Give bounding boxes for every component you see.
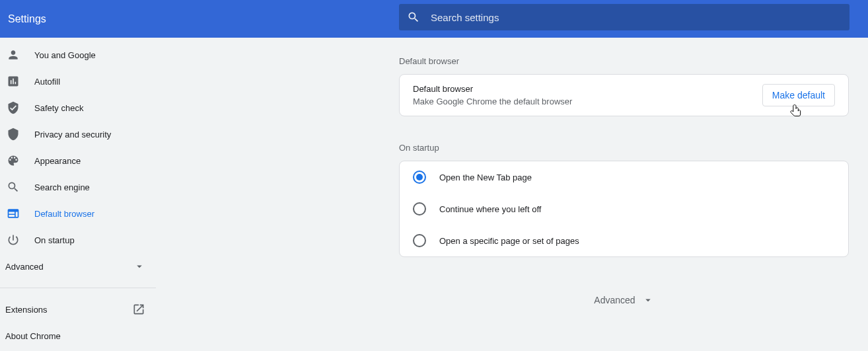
sidebar-item-label: Search engine [34, 182, 90, 192]
divider [0, 288, 156, 288]
sidebar: You and Google Autofill Safety check Pri… [0, 38, 156, 351]
main-content: Default browser Default browser Make Goo… [156, 38, 868, 351]
body: You and Google Autofill Safety check Pri… [0, 38, 868, 351]
sidebar-item-label: Default browser [34, 209, 94, 219]
sidebar-item-safety-check[interactable]: Safety check [0, 95, 156, 121]
sidebar-item-search-engine[interactable]: Search engine [0, 174, 156, 200]
section-default-browser-title: Default browser [399, 56, 868, 66]
shield-check-icon [7, 101, 20, 114]
startup-option-label: Continue where you left off [439, 204, 541, 214]
search-input[interactable] [431, 12, 842, 23]
default-browser-text: Default browser Make Google Chrome the d… [413, 84, 572, 106]
sidebar-item-label: Appearance [34, 156, 81, 166]
sidebar-item-label: Autofill [34, 77, 60, 87]
sidebar-about-label: About Chrome [5, 331, 61, 341]
sidebar-item-autofill[interactable]: Autofill [0, 68, 156, 95]
card-subtitle: Make Google Chrome the default browser [413, 97, 572, 106]
chevron-down-icon [133, 260, 145, 272]
startup-option-label: Open the New Tab page [439, 173, 532, 182]
sidebar-item-on-startup[interactable]: On startup [0, 227, 156, 253]
autofill-icon [7, 75, 20, 88]
sidebar-item-appearance[interactable]: Appearance [0, 147, 156, 174]
sidebar-extensions-label: Extensions [5, 305, 48, 315]
sidebar-item-privacy[interactable]: Privacy and security [0, 121, 156, 147]
sidebar-item-label: On startup [34, 235, 75, 245]
sidebar-item-label: Safety check [34, 103, 83, 113]
startup-option-continue[interactable]: Continue where you left off [400, 193, 848, 225]
palette-icon [7, 154, 20, 167]
default-browser-row: Default browser Make Google Chrome the d… [400, 75, 848, 116]
sidebar-advanced-label: Advanced [5, 262, 44, 272]
shield-icon [7, 128, 20, 141]
default-browser-card: Default browser Make Google Chrome the d… [399, 74, 849, 116]
header-bar: Settings [0, 0, 868, 38]
sidebar-item-label: Privacy and security [34, 130, 111, 139]
make-default-button[interactable]: Make default [762, 84, 835, 106]
sidebar-item-default-browser[interactable]: Default browser [0, 200, 156, 227]
advanced-label: Advanced [594, 295, 635, 305]
section-on-startup-title: On startup [399, 143, 868, 153]
startup-option-specific[interactable]: Open a specific page or set of pages [400, 225, 848, 256]
radio-icon[interactable] [413, 171, 426, 184]
advanced-expand[interactable]: Advanced [399, 294, 849, 306]
sidebar-extensions[interactable]: Extensions [0, 296, 156, 323]
power-icon [7, 233, 20, 247]
open-new-icon [132, 303, 145, 316]
page-title: Settings [5, 13, 46, 25]
search-eng-icon [7, 180, 20, 194]
browser-icon [7, 207, 20, 220]
startup-option-new-tab[interactable]: Open the New Tab page [400, 161, 848, 193]
search-box[interactable] [399, 4, 850, 30]
person-icon [7, 48, 20, 61]
sidebar-item-label: You and Google [34, 50, 96, 60]
chevron-down-icon [642, 294, 654, 306]
startup-option-label: Open a specific page or set of pages [439, 236, 579, 246]
sidebar-advanced-toggle[interactable]: Advanced [0, 253, 156, 280]
radio-icon[interactable] [413, 234, 426, 247]
sidebar-item-you-and-google[interactable]: You and Google [0, 42, 156, 68]
on-startup-card: Open the New Tab page Continue where you… [399, 161, 849, 257]
search-icon [407, 11, 420, 24]
sidebar-about[interactable]: About Chrome [0, 323, 156, 349]
radio-icon[interactable] [413, 202, 426, 215]
card-title: Default browser [413, 84, 572, 94]
